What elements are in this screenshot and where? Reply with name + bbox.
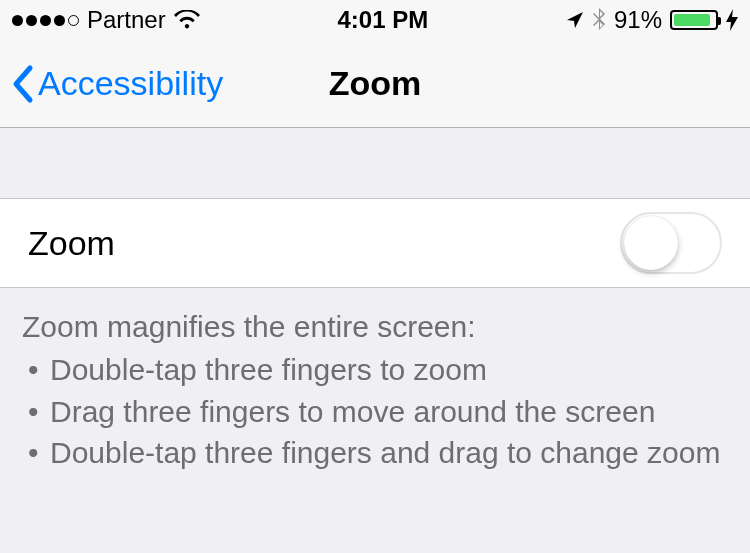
footer-item: Double-tap three fingers to zoom xyxy=(22,349,728,390)
battery-icon xyxy=(670,10,718,30)
footer-item: Drag three fingers to move around the sc… xyxy=(22,391,728,432)
back-button[interactable]: Accessibility xyxy=(0,64,223,104)
status-time: 4:01 PM xyxy=(337,6,428,34)
wifi-icon xyxy=(174,10,200,30)
back-label: Accessibility xyxy=(38,64,223,103)
charging-icon xyxy=(726,9,738,31)
switch-knob xyxy=(624,216,678,270)
footer-list: Double-tap three fingers to zoom Drag th… xyxy=(22,349,728,473)
zoom-toggle-label: Zoom xyxy=(28,224,115,263)
carrier-label: Partner xyxy=(87,6,166,34)
status-right: 91% xyxy=(566,6,738,34)
battery-percent: 91% xyxy=(614,6,662,34)
location-icon xyxy=(566,11,584,29)
footer-item: Double-tap three fingers and drag to cha… xyxy=(22,432,728,473)
footer-help-text: Zoom magnifies the entire screen: Double… xyxy=(0,288,750,474)
nav-bar: Accessibility Zoom xyxy=(0,40,750,128)
footer-title: Zoom magnifies the entire screen: xyxy=(22,306,728,347)
bluetooth-icon xyxy=(592,8,606,32)
chevron-left-icon xyxy=(10,64,34,104)
signal-strength-icon xyxy=(12,15,79,26)
zoom-toggle-cell: Zoom xyxy=(0,198,750,288)
status-bar: Partner 4:01 PM 91% xyxy=(0,0,750,40)
section-spacer xyxy=(0,128,750,198)
status-left: Partner xyxy=(12,6,200,34)
zoom-toggle-switch[interactable] xyxy=(620,212,722,274)
